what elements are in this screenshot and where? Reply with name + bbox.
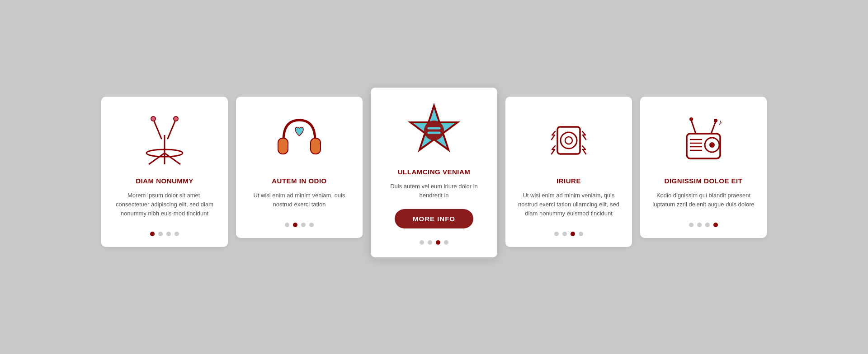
svg-point-17 [565,137,572,144]
card-1-dots [150,227,179,236]
dot [562,232,567,236]
card-5-title: DIGNISSIM DOLOE EIT [665,177,743,185]
dot [436,240,440,245]
svg-point-8 [174,116,178,121]
card-3-title: ULLAMCING VENIAM [398,168,471,176]
card-5-dots [689,218,718,227]
dot [150,232,155,236]
dot [158,232,163,236]
dot [301,223,306,227]
svg-point-12 [424,121,444,140]
card-2-title: AUTEM IN ODIO [272,177,327,185]
dot [705,223,710,227]
svg-line-25 [691,120,696,134]
card-4: IRIURE Ut wisi enim ad minim veniam, qui… [505,97,632,247]
headphones-icon [274,110,324,169]
dot [285,223,289,227]
card-4-text: Ut wisi enim ad minim veniam, quis nostr… [516,191,621,218]
card-5-text: Kodio dignissim qui blandit praesent lup… [651,191,756,209]
more-info-button[interactable]: MORE INFO [395,209,473,228]
card-1: DIAM NONUMMY Morem ipsum dolor sit amet,… [101,97,228,247]
card-5: ♪ DIGNISSIM DOLOE EIT Kodio dignissim qu… [640,97,767,238]
speaker-icon [544,110,594,169]
dot [579,232,583,236]
dot [420,240,424,245]
card-4-dots [554,227,583,236]
dot [697,223,702,227]
svg-rect-9 [278,138,288,154]
svg-point-26 [689,117,693,121]
svg-point-24 [709,142,715,148]
svg-line-7 [168,119,176,139]
card-3: ULLAMCING VENIAM Duis autem vel eum iriu… [371,88,497,257]
svg-line-2 [165,153,180,164]
svg-point-6 [151,116,156,121]
svg-line-5 [153,119,161,139]
star-icon [407,101,461,160]
svg-rect-18 [687,134,720,158]
dot [175,232,179,236]
svg-line-1 [149,153,165,164]
radio-icon: ♪ [679,110,728,169]
card-2: AUTEM IN ODIO Ut wisi enim ad minim veni… [236,97,363,238]
card-3-text: Duis autem vel eum iriure dolor in hendr… [382,182,486,200]
card-2-dots [285,218,314,227]
card-3-dots [420,236,448,245]
dot [444,240,448,245]
svg-point-28 [714,119,717,122]
svg-text:♪: ♪ [718,118,722,126]
dot [309,223,314,227]
card-4-title: IRIURE [557,177,581,185]
drums-icon [140,110,189,169]
dot [554,232,559,236]
dot [713,223,718,227]
cards-container: DIAM NONUMMY Morem ipsum dolor sit amet,… [74,79,794,275]
card-2-text: Ut wisi enim ad minim veniam, quis nostr… [247,191,352,209]
svg-point-16 [561,132,577,149]
dot [571,232,575,236]
card-1-title: DIAM NONUMMY [136,177,193,185]
card-1-text: Morem ipsum dolor sit amet, consectetuer… [112,191,217,218]
dot [166,232,171,236]
svg-line-27 [711,121,716,134]
dot [428,240,432,245]
dot [293,223,297,227]
svg-rect-10 [311,138,321,154]
dot [689,223,693,227]
